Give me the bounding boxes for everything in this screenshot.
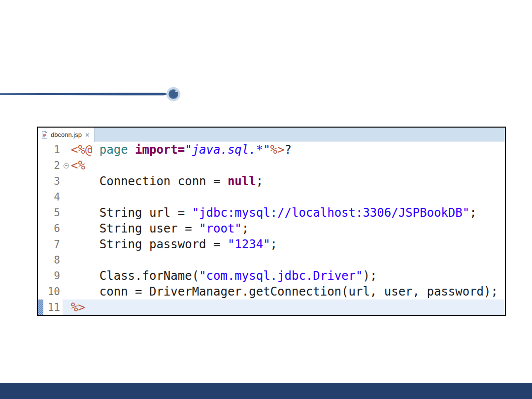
code-token: Connection conn = [71, 174, 228, 188]
fold-column [63, 142, 70, 158]
fold-column [63, 173, 70, 189]
code-line: 10 conn = DriverManager.getConnection(ur… [38, 284, 505, 299]
code-line-text[interactable]: String url = "jdbc:mysql://localhost:330… [70, 205, 505, 221]
code-line: 5 String url = "jdbc:mysql://localhost:3… [38, 205, 505, 221]
fold-collapse-icon[interactable] [64, 163, 69, 168]
annotation-ruler [38, 236, 43, 252]
code-token: "1234" [228, 237, 270, 251]
code-line: 9 Class.forName("com.mysql.jdbc.Driver")… [38, 268, 505, 284]
annotation-ruler [38, 158, 43, 173]
code-token: String user = [71, 222, 199, 235]
fold-column [63, 158, 70, 173]
fold-column [63, 221, 70, 236]
line-number: 6 [43, 223, 63, 234]
fold-column [63, 299, 70, 315]
code-token: conn = DriverManager.getConnection(url, … [71, 285, 498, 299]
code-token: <% [71, 159, 85, 172]
tab-strip-filler [95, 128, 505, 142]
line-number: 1 [43, 144, 63, 156]
code-token: "com.mysql.jdbc.Driver" [199, 269, 363, 283]
editor-tab-dbconn[interactable]: dbconn.jsp × [38, 128, 95, 142]
annotation-ruler [38, 284, 43, 299]
code-line-text[interactable] [70, 189, 505, 205]
code-line: 8 [38, 252, 505, 268]
current-line-marker [38, 299, 43, 315]
code-token: "java.sql.*" [185, 143, 270, 157]
fold-column [63, 252, 70, 268]
line-number: 5 [43, 207, 63, 219]
code-line-text[interactable] [70, 252, 505, 268]
code-line-text[interactable]: String user = "root"; [70, 221, 505, 236]
code-token: ; [469, 206, 476, 220]
editor-tab-bar: dbconn.jsp × [38, 128, 505, 142]
code-token: null [228, 174, 256, 188]
code-line-text[interactable]: Connection conn = null; [70, 173, 505, 189]
code-line: 1<%@ page import="java.sql.*"%>? [38, 142, 505, 158]
code-line-text[interactable]: <%@ page import="java.sql.*"%>? [70, 142, 505, 158]
line-number: 7 [43, 238, 63, 250]
code-line-text[interactable]: <% [70, 158, 505, 173]
code-token: ? [285, 143, 292, 157]
code-line: 2<% [38, 158, 505, 173]
annotation-ruler [38, 268, 43, 284]
fold-column [63, 205, 70, 221]
fold-column [63, 268, 70, 284]
code-token: <%@ [71, 143, 100, 157]
line-number: 9 [43, 270, 63, 282]
code-token: ); [363, 269, 377, 283]
code-token: ; [242, 222, 249, 235]
line-number: 2 [43, 160, 63, 171]
code-token: String url = [71, 206, 192, 220]
code-token: String password = [71, 237, 228, 251]
code-area[interactable]: 1<%@ page import="java.sql.*"%>?2<%3 Con… [38, 142, 505, 315]
annotation-ruler [38, 142, 43, 158]
fold-column [63, 189, 70, 205]
line-number: 8 [43, 254, 63, 266]
annotation-ruler [38, 221, 43, 236]
code-line-text[interactable]: String password = "1234"; [70, 236, 505, 252]
annotation-ruler [38, 205, 43, 221]
code-line: 4 [38, 189, 505, 205]
code-line: 6 String user = "root"; [38, 221, 505, 236]
tab-close-icon[interactable]: × [85, 132, 90, 138]
code-token: "jdbc:mysql://localhost:3306/JSPBookDB" [192, 206, 470, 220]
code-token: ; [270, 237, 277, 251]
code-token: ; [256, 174, 263, 188]
jsp-file-icon [41, 131, 48, 139]
code-line: 11%> [38, 299, 505, 315]
tab-label: dbconn.jsp [51, 131, 82, 138]
code-line-text[interactable]: conn = DriverManager.getConnection(url, … [70, 284, 505, 299]
accent-bullet-highlight [175, 90, 177, 92]
code-token: = [178, 143, 185, 157]
slide-canvas: dbconn.jsp × 1<%@ page import="java.sql.… [0, 0, 532, 399]
code-token: Class.forName( [71, 269, 199, 283]
annotation-ruler [38, 173, 43, 189]
code-token: %> [270, 143, 285, 157]
line-number: 4 [43, 191, 63, 203]
fold-column [63, 236, 70, 252]
code-token: import [135, 143, 178, 157]
code-editor-window: dbconn.jsp × 1<%@ page import="java.sql.… [37, 127, 506, 316]
fold-column [63, 284, 70, 299]
code-line: 7 String password = "1234"; [38, 236, 505, 252]
annotation-ruler [38, 252, 43, 268]
line-number: 11 [43, 301, 63, 313]
code-token: %> [71, 300, 85, 314]
line-number: 10 [43, 286, 63, 298]
annotation-ruler [38, 189, 43, 205]
code-line-text[interactable]: Class.forName("com.mysql.jdbc.Driver"); [70, 268, 505, 284]
footer-bar [0, 383, 532, 399]
code-line: 3 Connection conn = null; [38, 173, 505, 189]
code-token: "root" [199, 222, 242, 235]
code-line-text[interactable]: %> [70, 299, 505, 315]
title-accent-rule [0, 83, 192, 105]
code-token: page [100, 143, 135, 157]
line-number: 3 [43, 175, 63, 187]
accent-line [0, 93, 170, 95]
